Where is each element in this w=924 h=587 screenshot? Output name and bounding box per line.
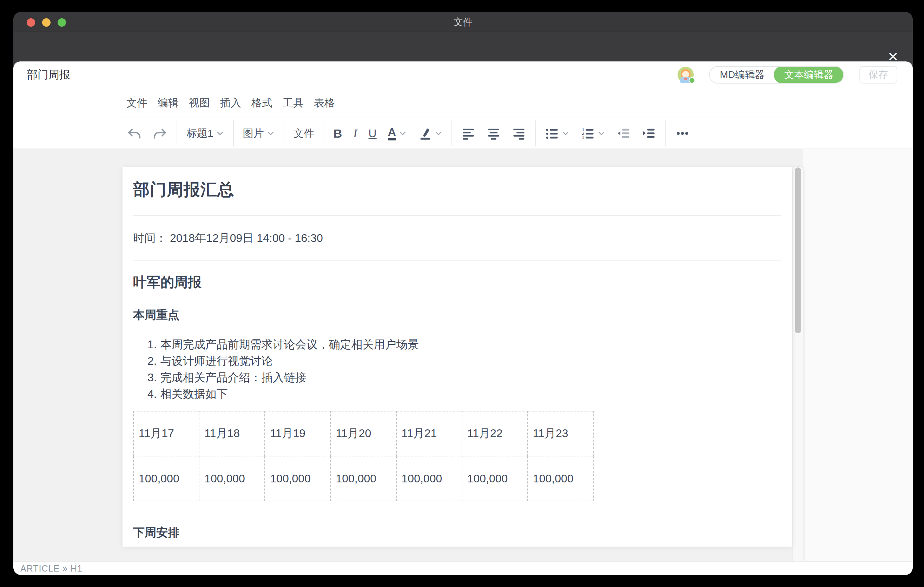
toolbar-separator bbox=[324, 120, 324, 147]
doc-h3-next-week: 下周安排 bbox=[133, 525, 781, 540]
undo-icon bbox=[127, 126, 142, 141]
svg-text:3: 3 bbox=[582, 135, 584, 140]
bold-button[interactable]: B bbox=[328, 122, 348, 145]
doc-header: 部门周报 MD编辑器 文本编辑器 保存 bbox=[13, 61, 913, 88]
table-cell[interactable]: 11月23 bbox=[528, 411, 593, 456]
toolbar-separator bbox=[535, 120, 536, 147]
online-status-dot bbox=[689, 77, 695, 84]
table-row: 11月17 11月18 11月19 11月20 11月21 11月22 11月2… bbox=[134, 411, 593, 456]
menu-file[interactable]: 文件 bbox=[126, 96, 147, 110]
horizontal-rule bbox=[133, 215, 781, 216]
list-number: 1. bbox=[147, 336, 157, 353]
user-avatar[interactable] bbox=[678, 67, 694, 83]
redo-icon bbox=[153, 126, 167, 141]
toolbar-separator bbox=[665, 120, 666, 147]
toolbar-separator bbox=[177, 120, 177, 147]
editor-mode-switch: MD编辑器 文本编辑器 bbox=[709, 66, 844, 84]
table-cell[interactable]: 11月20 bbox=[330, 411, 396, 456]
table-cell[interactable]: 11月18 bbox=[199, 411, 265, 456]
titlebar: 文件 bbox=[13, 12, 913, 32]
scrollbar-thumb[interactable] bbox=[795, 167, 801, 333]
menu-format[interactable]: 格式 bbox=[251, 96, 272, 110]
align-center-icon bbox=[487, 126, 501, 140]
font-color-button[interactable]: A bbox=[382, 122, 412, 145]
avatar-bow bbox=[684, 77, 687, 80]
statusbar: ARTICLE » H1 bbox=[13, 561, 913, 575]
bullet-list-button[interactable] bbox=[539, 122, 575, 145]
undo-button[interactable] bbox=[121, 122, 147, 145]
table-row: 100,000 100,000 100,000 100,000 100,000 … bbox=[134, 456, 593, 501]
bullet-list-icon bbox=[545, 126, 559, 140]
italic-button[interactable]: I bbox=[348, 122, 363, 145]
scrollbar-track[interactable] bbox=[792, 167, 803, 561]
chevron-down-icon bbox=[216, 130, 224, 137]
align-right-button[interactable] bbox=[506, 122, 531, 145]
redo-button[interactable] bbox=[147, 122, 173, 145]
ordered-list-icon: 123 bbox=[581, 126, 595, 140]
doc-header-actions: MD编辑器 文本编辑器 保存 bbox=[678, 66, 897, 84]
underline-button[interactable]: U bbox=[363, 122, 382, 145]
outdent-button[interactable] bbox=[611, 122, 636, 145]
indent-button[interactable] bbox=[636, 122, 662, 145]
table-cell[interactable]: 100,000 bbox=[199, 456, 265, 501]
doc-h1: 部门周报汇总 bbox=[133, 179, 781, 201]
outdent-icon bbox=[617, 126, 630, 140]
table-cell[interactable]: 100,000 bbox=[265, 456, 330, 501]
toolbar: 标题1 图片 文件 B I U A bbox=[121, 118, 804, 148]
menu-insert[interactable]: 插入 bbox=[220, 96, 241, 110]
menubar: 文件 编辑 视图 插入 格式 工具 表格 bbox=[13, 88, 913, 118]
more-button[interactable] bbox=[669, 122, 696, 145]
table-cell[interactable]: 11月19 bbox=[265, 411, 330, 456]
menu-table[interactable]: 表格 bbox=[314, 96, 335, 110]
window-title: 文件 bbox=[13, 12, 913, 32]
table-cell[interactable]: 11月17 bbox=[134, 411, 199, 456]
list-item: 3. 完成相关产品介绍：插入链接 bbox=[147, 369, 781, 386]
file-insert-button[interactable]: 文件 bbox=[288, 122, 320, 145]
menu-tools[interactable]: 工具 bbox=[282, 96, 304, 110]
save-button[interactable]: 保存 bbox=[860, 66, 897, 84]
element-path-breadcrumb: ARTICLE » H1 bbox=[20, 564, 82, 574]
table-cell[interactable]: 100,000 bbox=[396, 456, 462, 501]
toolbar-row: 标题1 图片 文件 B I U A bbox=[13, 118, 913, 149]
list-item: 1. 本周完成产品前期需求讨论会议，确定相关用户场景 bbox=[147, 336, 781, 353]
doc-title: 部门周报 bbox=[27, 68, 70, 82]
content-right-margin bbox=[803, 149, 913, 561]
indent-icon bbox=[642, 126, 656, 140]
toolbar-separator bbox=[452, 120, 452, 147]
table-cell[interactable]: 100,000 bbox=[528, 456, 593, 501]
editor-panel: 部门周报 MD编辑器 文本编辑器 保存 文件 编辑 视图 bbox=[13, 61, 913, 575]
chevron-down-icon bbox=[399, 130, 406, 137]
close-icon[interactable]: ✕ bbox=[883, 47, 903, 67]
document-card[interactable]: 部门周报汇总 时间： 2018年12月09日 14:00 - 16:30 叶军的… bbox=[122, 167, 792, 547]
menu-edit[interactable]: 编辑 bbox=[158, 96, 179, 110]
chevron-down-icon bbox=[435, 130, 442, 137]
highlight-button[interactable] bbox=[412, 122, 448, 145]
align-right-icon bbox=[512, 126, 526, 140]
weekly-list: 1. 本周完成产品前期需求讨论会议，确定相关用户场景 2. 与设计师进行视觉讨论… bbox=[133, 336, 781, 402]
doc-h3-week-focus: 本周重点 bbox=[133, 308, 781, 322]
table-cell[interactable]: 11月22 bbox=[462, 411, 528, 456]
list-number: 4. bbox=[147, 386, 157, 402]
text-editor-button[interactable]: 文本编辑器 bbox=[774, 66, 844, 84]
horizontal-rule bbox=[133, 261, 781, 261]
menu-view[interactable]: 视图 bbox=[189, 96, 210, 110]
ordered-list-button[interactable]: 123 bbox=[575, 122, 611, 145]
table-cell[interactable]: 11月21 bbox=[396, 411, 462, 456]
table-cell[interactable]: 100,000 bbox=[462, 456, 528, 501]
toolbar-separator bbox=[233, 120, 234, 147]
more-dots-icon bbox=[675, 126, 690, 140]
align-left-button[interactable] bbox=[456, 122, 481, 145]
table-cell[interactable]: 100,000 bbox=[134, 456, 199, 501]
list-item: 2. 与设计师进行视觉讨论 bbox=[147, 353, 781, 369]
md-editor-button[interactable]: MD编辑器 bbox=[710, 67, 774, 83]
table-cell[interactable]: 100,000 bbox=[330, 456, 396, 501]
highlighter-icon bbox=[418, 126, 432, 140]
modal-window: 文件 ✕ 部门周报 MD编辑器 文本编辑器 保存 bbox=[13, 12, 913, 575]
align-center-button[interactable] bbox=[481, 122, 506, 145]
data-table[interactable]: 11月17 11月18 11月19 11月20 11月21 11月22 11月2… bbox=[133, 411, 594, 501]
editor-content-area: 部门周报汇总 时间： 2018年12月09日 14:00 - 16:30 叶军的… bbox=[13, 149, 913, 561]
chevron-down-icon bbox=[562, 130, 569, 137]
image-select[interactable]: 图片 bbox=[237, 122, 280, 145]
heading-select[interactable]: 标题1 bbox=[181, 122, 229, 145]
chevron-down-icon bbox=[597, 130, 605, 137]
